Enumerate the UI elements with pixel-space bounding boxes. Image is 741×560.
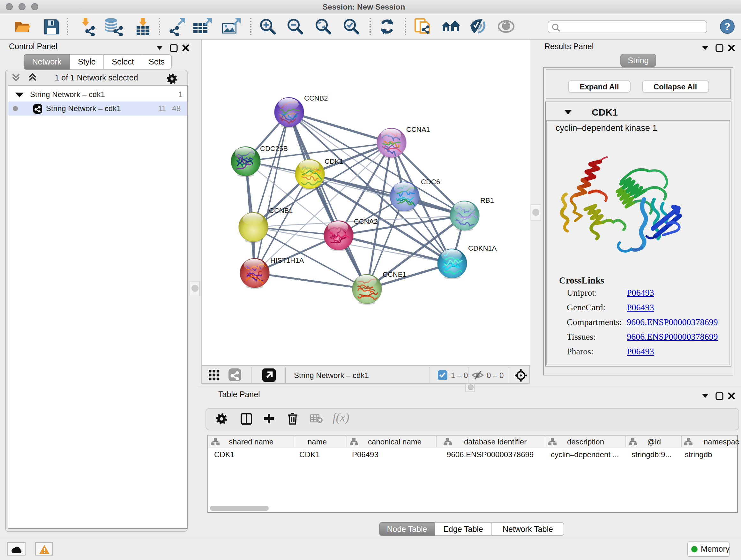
svg-text:CDC25B: CDC25B — [260, 145, 287, 152]
svg-text:CDKN1A: CDKN1A — [468, 244, 496, 252]
svg-text:CCNB1: CCNB1 — [269, 206, 293, 214]
svg-text:HIST1H1A: HIST1H1A — [270, 256, 304, 264]
svg-text:CCNA2: CCNA2 — [354, 217, 378, 226]
svg-text:RB1: RB1 — [480, 196, 494, 204]
svg-text:CDK1: CDK1 — [324, 158, 343, 165]
svg-text:CDC6: CDC6 — [421, 178, 440, 186]
svg-text:CCNA1: CCNA1 — [406, 125, 430, 133]
svg-text:CCNB2: CCNB2 — [304, 94, 328, 102]
svg-text:CCNE1: CCNE1 — [382, 270, 406, 278]
